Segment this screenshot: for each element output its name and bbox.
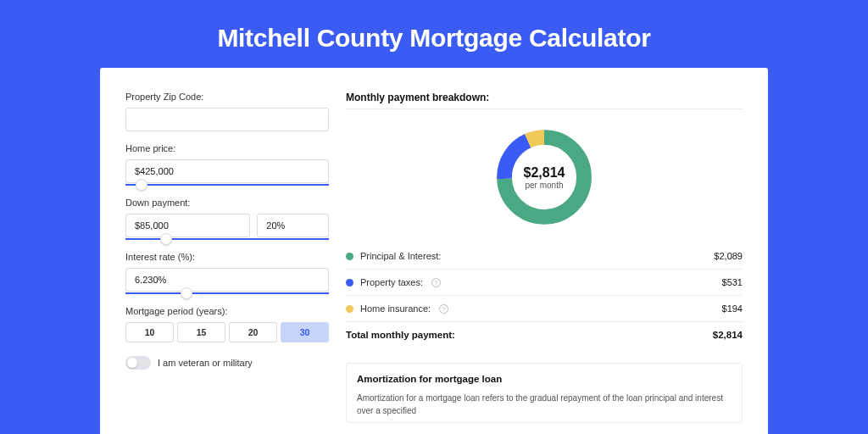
calculator-card: Property Zip Code: Home price: Down paym… bbox=[100, 68, 768, 434]
legend-label: Property taxes: bbox=[360, 277, 423, 287]
down-payment-label: Down payment: bbox=[125, 198, 329, 208]
legend-label: Principal & Interest: bbox=[360, 251, 441, 261]
zip-label: Property Zip Code: bbox=[125, 92, 329, 102]
period-field-group: Mortgage period (years): 10152030 bbox=[125, 306, 329, 342]
total-row: Total monthly payment: $2,814 bbox=[346, 321, 743, 348]
period-btn-30[interactable]: 30 bbox=[281, 322, 329, 342]
info-icon[interactable]: ? bbox=[431, 278, 441, 287]
total-value: $2,814 bbox=[713, 330, 743, 340]
down-payment-slider-thumb[interactable] bbox=[160, 233, 172, 245]
amortization-title: Amortization for mortgage loan bbox=[357, 374, 732, 384]
donut-center: $2,814 per month bbox=[492, 125, 597, 230]
breakdown-heading: Monthly payment breakdown: bbox=[346, 92, 743, 109]
legend: Principal & Interest:$2,089Property taxe… bbox=[346, 243, 743, 321]
down-payment-pct-input[interactable] bbox=[257, 214, 329, 237]
home-price-label: Home price: bbox=[125, 143, 329, 153]
legend-dot bbox=[346, 305, 353, 313]
amortization-card: Amortization for mortgage loan Amortizat… bbox=[346, 363, 743, 423]
interest-input[interactable] bbox=[125, 268, 329, 292]
home-price-input[interactable] bbox=[125, 159, 329, 183]
legend-left: Property taxes:? bbox=[346, 277, 441, 287]
legend-left: Principal & Interest: bbox=[346, 251, 441, 261]
down-payment-field-group: Down payment: bbox=[125, 198, 329, 240]
veteran-toggle-label: I am veteran or military bbox=[158, 358, 253, 368]
legend-left: Home insurance:? bbox=[346, 303, 448, 314]
legend-value: $194 bbox=[722, 303, 743, 314]
home-price-slider[interactable] bbox=[125, 184, 329, 186]
interest-label: Interest rate (%): bbox=[125, 252, 329, 262]
zip-input[interactable] bbox=[125, 108, 329, 131]
home-price-slider-thumb[interactable] bbox=[136, 179, 147, 191]
legend-value: $531 bbox=[722, 277, 743, 287]
amortization-text: Amortization for a mortgage loan refers … bbox=[357, 392, 732, 417]
period-btn-20[interactable]: 20 bbox=[229, 322, 277, 342]
legend-label: Home insurance: bbox=[360, 303, 431, 314]
period-btn-10[interactable]: 10 bbox=[125, 322, 174, 342]
interest-slider[interactable] bbox=[125, 292, 329, 294]
donut-amount: $2,814 bbox=[524, 165, 565, 181]
total-label: Total monthly payment: bbox=[346, 330, 455, 340]
period-label: Mortgage period (years): bbox=[125, 306, 329, 316]
down-payment-slider[interactable] bbox=[125, 238, 329, 240]
legend-dot bbox=[346, 253, 353, 260]
interest-field-group: Interest rate (%): bbox=[125, 252, 329, 294]
page-title: Mitchell County Mortgage Calculator bbox=[0, 0, 868, 68]
veteran-toggle[interactable] bbox=[125, 356, 151, 370]
donut-chart: $2,814 per month bbox=[492, 125, 597, 230]
donut-sub: per month bbox=[525, 181, 563, 190]
legend-row: Principal & Interest:$2,089 bbox=[346, 243, 743, 270]
legend-value: $2,089 bbox=[714, 251, 743, 261]
donut-chart-wrap: $2,814 per month bbox=[346, 109, 743, 243]
legend-dot bbox=[346, 279, 353, 287]
down-payment-input[interactable] bbox=[125, 214, 250, 237]
zip-field-group: Property Zip Code: bbox=[125, 92, 329, 131]
interest-slider-thumb[interactable] bbox=[181, 287, 192, 299]
results-panel: Monthly payment breakdown: $2,814 per mo… bbox=[346, 92, 743, 434]
input-panel: Property Zip Code: Home price: Down paym… bbox=[125, 92, 329, 434]
info-icon[interactable]: ? bbox=[439, 304, 448, 314]
period-options: 10152030 bbox=[125, 322, 329, 342]
period-btn-15[interactable]: 15 bbox=[177, 322, 225, 342]
veteran-toggle-row: I am veteran or military bbox=[125, 356, 329, 370]
legend-row: Home insurance:?$194 bbox=[346, 296, 743, 321]
legend-row: Property taxes:?$531 bbox=[346, 270, 743, 296]
home-price-field-group: Home price: bbox=[125, 143, 329, 186]
